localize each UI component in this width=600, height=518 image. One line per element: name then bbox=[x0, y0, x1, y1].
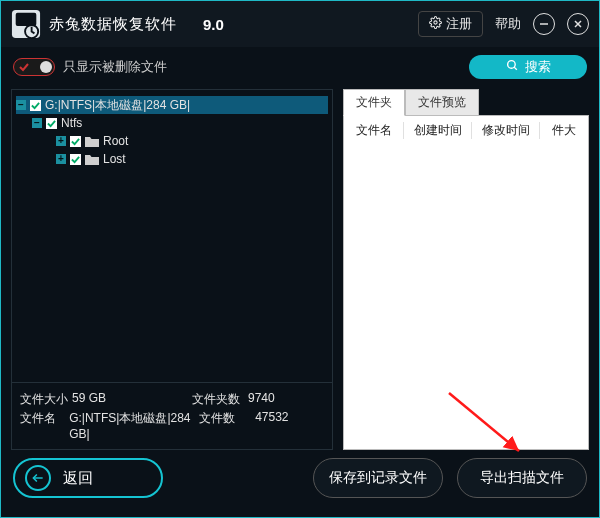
search-label: 搜索 bbox=[525, 58, 551, 76]
tree-node-lost[interactable]: Lost bbox=[16, 150, 328, 168]
tab-bar: 文件夹 文件预览 bbox=[343, 89, 589, 116]
search-icon bbox=[506, 59, 519, 75]
left-column: G:|NTFS|本地磁盘|284 GB| Ntfs Root bbox=[11, 89, 333, 450]
expand-icon[interactable] bbox=[56, 154, 66, 164]
tree-node-label: G:|NTFS|本地磁盘|284 GB| bbox=[45, 97, 190, 114]
folder-icon bbox=[85, 135, 99, 147]
tree-node-root[interactable]: Root bbox=[16, 132, 328, 150]
tree-node-label: Root bbox=[103, 134, 128, 148]
save-log-button[interactable]: 保存到记录文件 bbox=[313, 458, 443, 498]
search-button[interactable]: 搜索 bbox=[469, 55, 587, 79]
size-label: 文件大小 bbox=[20, 391, 72, 408]
checkbox-checked[interactable] bbox=[70, 136, 81, 147]
register-label: 注册 bbox=[446, 15, 472, 33]
tree-node-label: Lost bbox=[103, 152, 126, 166]
app-title: 赤兔数据恢复软件 bbox=[49, 15, 177, 34]
main-area: G:|NTFS|本地磁盘|284 GB| Ntfs Root bbox=[1, 89, 599, 450]
svg-line-8 bbox=[514, 67, 517, 70]
tab-folder[interactable]: 文件夹 bbox=[343, 89, 405, 116]
filename-value: G:|NTFS|本地磁盘|284 GB| bbox=[69, 410, 199, 441]
register-button[interactable]: 注册 bbox=[418, 11, 483, 37]
svg-rect-1 bbox=[16, 13, 37, 26]
back-label: 返回 bbox=[63, 469, 93, 488]
folders-label: 文件夹数 bbox=[192, 391, 248, 408]
app-version: 9.0 bbox=[203, 16, 224, 33]
app-window: 赤兔数据恢复软件 9.0 注册 帮助 只显示被删除文件 bbox=[0, 0, 600, 518]
back-button[interactable]: 返回 bbox=[13, 458, 163, 498]
checkbox-checked[interactable] bbox=[46, 118, 57, 129]
deleted-only-toggle[interactable] bbox=[13, 58, 55, 76]
tree-node-ntfs[interactable]: Ntfs bbox=[16, 114, 328, 132]
tree-node-drive[interactable]: G:|NTFS|本地磁盘|284 GB| bbox=[16, 96, 328, 114]
files-value: 47532 bbox=[255, 410, 288, 441]
close-button[interactable] bbox=[567, 13, 589, 35]
column-modified[interactable]: 修改时间 bbox=[472, 122, 540, 139]
deleted-only-label: 只显示被删除文件 bbox=[63, 58, 167, 76]
folders-value: 9740 bbox=[248, 391, 275, 408]
app-logo-icon bbox=[11, 9, 41, 39]
column-size[interactable]: 件大 bbox=[540, 122, 588, 139]
right-column: 文件夹 文件预览 文件名 创建时间 修改时间 件大 bbox=[343, 89, 589, 450]
toggle-knob bbox=[40, 61, 52, 73]
column-headers: 文件名 创建时间 修改时间 件大 bbox=[344, 116, 588, 145]
expand-icon[interactable] bbox=[56, 136, 66, 146]
svg-point-7 bbox=[507, 61, 515, 69]
tab-preview[interactable]: 文件预览 bbox=[405, 89, 479, 116]
bottom-bar: 返回 保存到记录文件 导出扫描文件 bbox=[1, 439, 599, 517]
gear-icon bbox=[429, 16, 442, 32]
size-value: 59 GB bbox=[72, 391, 106, 408]
filter-row: 只显示被删除文件 搜索 bbox=[1, 47, 599, 89]
arrow-left-icon bbox=[25, 465, 51, 491]
title-bar: 赤兔数据恢复软件 9.0 注册 帮助 bbox=[1, 1, 599, 47]
tree-node-label: Ntfs bbox=[61, 116, 82, 130]
column-name[interactable]: 文件名 bbox=[344, 122, 404, 139]
collapse-icon[interactable] bbox=[16, 100, 26, 110]
export-scan-button[interactable]: 导出扫描文件 bbox=[457, 458, 587, 498]
svg-point-3 bbox=[434, 21, 437, 24]
checkbox-checked[interactable] bbox=[30, 100, 41, 111]
checkbox-checked[interactable] bbox=[70, 154, 81, 165]
collapse-icon[interactable] bbox=[32, 118, 42, 128]
filename-label: 文件名 bbox=[20, 410, 69, 441]
files-label: 文件数 bbox=[199, 410, 255, 441]
column-created[interactable]: 创建时间 bbox=[404, 122, 472, 139]
folder-icon bbox=[85, 153, 99, 165]
minimize-button[interactable] bbox=[533, 13, 555, 35]
file-list-panel[interactable]: 文件名 创建时间 修改时间 件大 bbox=[343, 115, 589, 450]
help-link[interactable]: 帮助 bbox=[495, 15, 521, 33]
tree-view[interactable]: G:|NTFS|本地磁盘|284 GB| Ntfs Root bbox=[11, 89, 333, 383]
title-controls: 注册 帮助 bbox=[418, 11, 589, 37]
